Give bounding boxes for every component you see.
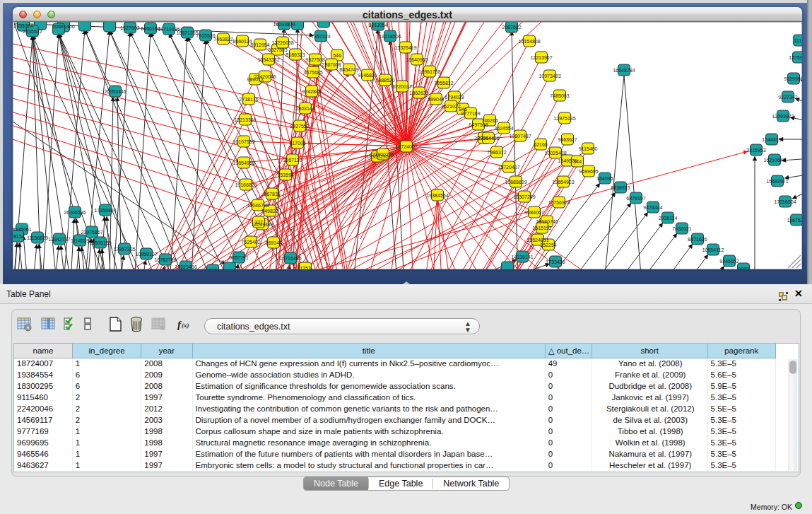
svg-text:8454749: 8454749 xyxy=(339,67,358,72)
svg-text:9327508: 9327508 xyxy=(305,57,324,62)
svg-text:9329966: 9329966 xyxy=(784,76,802,81)
svg-text:1615192: 1615192 xyxy=(532,226,551,230)
svg-text:8427552: 8427552 xyxy=(290,124,309,129)
svg-text:15692971: 15692971 xyxy=(766,179,788,184)
svg-text:1114519: 1114519 xyxy=(71,238,89,243)
svg-text:7955812: 7955812 xyxy=(434,81,453,86)
svg-text:9777169: 9777169 xyxy=(461,111,480,116)
svg-text:1621022: 1621022 xyxy=(441,104,460,109)
svg-text:12342737: 12342737 xyxy=(48,237,70,242)
svg-text:2718176: 2718176 xyxy=(239,97,258,102)
svg-text:1388520: 1388520 xyxy=(375,78,394,83)
svg-text:1362635: 1362635 xyxy=(409,90,428,95)
svg-text:6497568: 6497568 xyxy=(469,122,488,127)
svg-text:17359924: 17359924 xyxy=(94,208,116,213)
svg-text:7625402: 7625402 xyxy=(241,240,260,245)
svg-text:19654953: 19654953 xyxy=(233,160,254,165)
svg-text:3624554: 3624554 xyxy=(494,126,513,131)
svg-text:9457791: 9457791 xyxy=(229,255,248,260)
svg-text:9474444: 9474444 xyxy=(643,205,662,210)
svg-text:7357224: 7357224 xyxy=(311,34,330,39)
svg-text:549822: 549822 xyxy=(261,209,278,214)
svg-text:1733426: 1733426 xyxy=(546,259,565,264)
svg-text:19384554: 19384554 xyxy=(426,193,448,198)
svg-text:13325419: 13325419 xyxy=(394,45,416,50)
svg-text:6794028: 6794028 xyxy=(445,95,464,100)
svg-text:844: 844 xyxy=(573,159,582,164)
svg-text:22420046: 22420046 xyxy=(254,74,276,79)
svg-text:15716485: 15716485 xyxy=(279,256,301,261)
svg-text:16648784: 16648784 xyxy=(613,68,635,73)
svg-text:9084067: 9084067 xyxy=(524,210,543,215)
svg-text:18307249: 18307249 xyxy=(513,194,535,199)
svg-text:867833: 867833 xyxy=(264,192,280,197)
svg-text:(x): (x) xyxy=(182,322,189,329)
svg-text:164095: 164095 xyxy=(596,176,613,181)
svg-text:9242848: 9242848 xyxy=(302,89,321,94)
svg-text:12505135: 12505135 xyxy=(89,240,111,245)
svg-text:10756928: 10756928 xyxy=(548,200,570,205)
svg-text:11156829: 11156829 xyxy=(27,235,48,240)
svg-text:3675685: 3675685 xyxy=(303,70,322,75)
svg-text:10807487: 10807487 xyxy=(509,134,531,139)
svg-text:8813054: 8813054 xyxy=(368,23,387,28)
svg-text:16640910: 16640910 xyxy=(406,57,428,62)
svg-text:9227342: 9227342 xyxy=(778,95,797,100)
svg-text:1253: 1253 xyxy=(300,266,311,270)
svg-text:169144: 169144 xyxy=(265,240,281,245)
svg-text:14136141: 14136141 xyxy=(511,255,533,259)
svg-text:12975135: 12975135 xyxy=(553,116,575,121)
svg-text:1167534: 1167534 xyxy=(787,218,802,223)
svg-text:10025438: 10025438 xyxy=(544,151,566,156)
svg-text:17016504: 17016504 xyxy=(774,199,796,204)
svg-text:2055724: 2055724 xyxy=(13,23,33,28)
svg-text:2803144: 2803144 xyxy=(295,106,314,111)
svg-text:15720407: 15720407 xyxy=(498,165,519,170)
svg-text:17957235: 17957235 xyxy=(113,247,135,252)
svg-text:10973493: 10973493 xyxy=(539,74,560,78)
svg-text:7515526: 7515526 xyxy=(196,33,215,38)
svg-text:10654112: 10654112 xyxy=(702,247,724,252)
svg-text:899044: 899044 xyxy=(428,97,444,102)
svg-text:16671355: 16671355 xyxy=(176,30,198,35)
svg-text:13226058: 13226058 xyxy=(271,40,293,45)
svg-text:327: 327 xyxy=(254,220,263,225)
svg-text:16107553: 16107553 xyxy=(233,139,254,144)
svg-text:16033809: 16033809 xyxy=(273,22,295,27)
svg-text:746266: 746266 xyxy=(481,118,498,123)
svg-text:20364436: 20364436 xyxy=(477,136,499,141)
svg-text:8220037: 8220037 xyxy=(392,84,411,89)
svg-text:7632621: 7632621 xyxy=(672,226,691,231)
svg-text:2035572: 2035572 xyxy=(23,29,42,34)
svg-text:123: 123 xyxy=(208,268,217,270)
svg-text:546: 546 xyxy=(333,53,341,58)
svg-text:39154: 39154 xyxy=(13,234,25,239)
svg-text:1575074: 1575074 xyxy=(789,55,802,60)
svg-text:2087682: 2087682 xyxy=(502,25,521,30)
svg-text:3215953: 3215953 xyxy=(746,148,765,153)
svg-text:1527602: 1527602 xyxy=(120,25,139,30)
svg-text:8912954: 8912954 xyxy=(250,42,269,47)
svg-text:753594: 753594 xyxy=(277,173,293,177)
svg-text:20691406: 20691406 xyxy=(52,24,74,29)
svg-text:7463822: 7463822 xyxy=(213,37,233,42)
svg-text:1117: 1117 xyxy=(794,38,802,43)
svg-text:9993: 9993 xyxy=(738,267,749,270)
svg-text:9463627: 9463627 xyxy=(558,137,577,142)
svg-text:19218506: 19218506 xyxy=(379,34,401,39)
svg-text:16961758: 16961758 xyxy=(418,69,440,74)
svg-text:15524851: 15524851 xyxy=(526,238,548,243)
svg-text:23900235: 23900235 xyxy=(372,152,394,157)
svg-text:8186323: 8186323 xyxy=(286,52,305,57)
svg-text:62160: 62160 xyxy=(534,142,548,147)
svg-text:6879197: 6879197 xyxy=(626,196,645,201)
svg-text:252254: 252254 xyxy=(540,243,556,247)
svg-text:19166829: 19166829 xyxy=(235,182,257,187)
svg-text:16210643: 16210643 xyxy=(763,158,785,163)
svg-text:9245652: 9245652 xyxy=(719,259,739,264)
svg-text:7986372: 7986372 xyxy=(487,150,506,155)
svg-text:8938923: 8938923 xyxy=(611,185,630,190)
svg-text:12323466: 12323466 xyxy=(175,264,196,269)
svg-text:8660124: 8660124 xyxy=(233,39,252,44)
svg-text:23975867: 23975867 xyxy=(81,230,102,235)
